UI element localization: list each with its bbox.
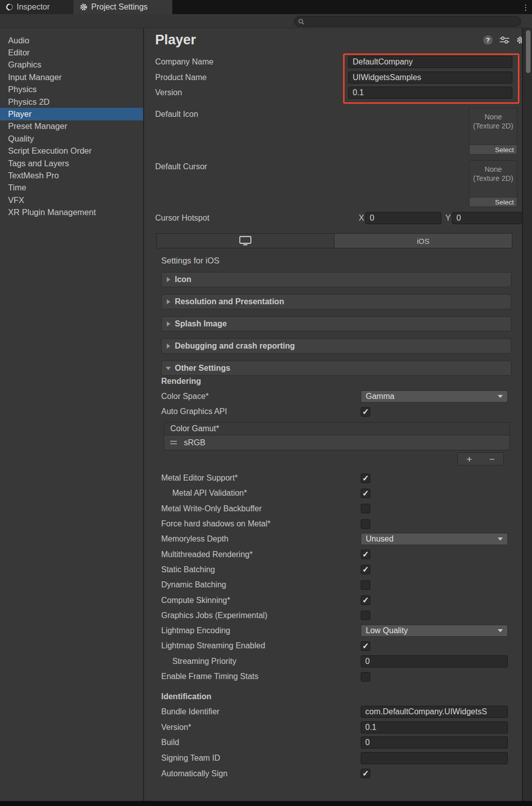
row-label: Signing Team ID bbox=[161, 754, 220, 763]
search-box[interactable] bbox=[294, 16, 521, 27]
search-icon bbox=[298, 19, 304, 25]
sidebar-item-time[interactable]: Time bbox=[0, 182, 143, 194]
field-row-version: Version0.1 bbox=[155, 85, 512, 101]
sidebar-item-vfx[interactable]: VFX bbox=[0, 194, 143, 206]
signing-team-id-input[interactable] bbox=[361, 752, 508, 764]
compute-skinning-checkbox[interactable] bbox=[361, 595, 370, 605]
row-label: Auto Graphics API bbox=[161, 407, 227, 416]
color-gamut-item-srgb[interactable]: sRGB bbox=[164, 435, 510, 450]
graphics-jobs-experimental-checkbox[interactable] bbox=[361, 611, 370, 620]
select-button[interactable]: Select bbox=[470, 197, 517, 207]
section-resolution-and-presentation[interactable]: Resolution and Presentation bbox=[161, 294, 511, 309]
streaming-priority-input[interactable]: 0 bbox=[361, 655, 508, 667]
multithreaded-rendering-checkbox[interactable] bbox=[361, 550, 370, 559]
sidebar-item-graphics[interactable]: Graphics bbox=[0, 59, 143, 71]
hotspot-x-input[interactable]: 0 bbox=[365, 212, 441, 224]
metal-write-only-backbuffer-checkbox[interactable] bbox=[361, 504, 370, 513]
sidebar-item-preset-manager[interactable]: Preset Manager bbox=[0, 120, 143, 132]
settings-row-automatically-sign: Automatically Sign bbox=[161, 766, 508, 781]
more-menu-icon[interactable]: ⋮ bbox=[522, 4, 532, 11]
bundle-identifier-input[interactable]: com.DefaultCompany.UIWidgetsS bbox=[361, 706, 508, 718]
gear-icon bbox=[80, 3, 88, 11]
dynamic-batching-checkbox[interactable] bbox=[361, 580, 370, 590]
settings-row-lightmap-streaming-enabled: Lightmap Streaming Enabled bbox=[161, 638, 508, 653]
rows-b: Metal Editor Support*Metal API Validatio… bbox=[161, 471, 508, 684]
search-input[interactable] bbox=[307, 18, 520, 26]
row-label: Color Space* bbox=[161, 392, 209, 401]
settings-row-compute-skinning: Compute Skinning* bbox=[161, 592, 508, 608]
gear-icon[interactable] bbox=[516, 36, 522, 44]
section-debugging-and-crash-reporting[interactable]: Debugging and crash reporting bbox=[161, 339, 511, 354]
row-label: Streaming Priority bbox=[172, 657, 236, 666]
section-icon[interactable]: Icon bbox=[161, 272, 511, 287]
version-input[interactable]: 0.1 bbox=[361, 721, 508, 733]
default-icon-picker[interactable]: None (Texture 2D) Select bbox=[469, 108, 517, 155]
settings-row-metal-write-only-backbuffer: Metal Write-Only Backbuffer bbox=[161, 501, 508, 516]
product-name-input[interactable]: UIWidgetsSamples bbox=[348, 72, 512, 84]
row-label: Memoryless Depth bbox=[161, 534, 228, 544]
metal-api-validation-checkbox[interactable] bbox=[361, 489, 370, 498]
metal-editor-support-checkbox[interactable] bbox=[361, 474, 370, 483]
sidebar-item-xr-plugin-management[interactable]: XR Plugin Management bbox=[0, 206, 143, 218]
tab-inspector[interactable]: Inspector bbox=[0, 0, 74, 14]
inspector-icon bbox=[6, 4, 13, 11]
sidebar-item-physics[interactable]: Physics bbox=[0, 84, 143, 96]
remove-button[interactable]: − bbox=[481, 453, 503, 465]
build-input[interactable]: 0 bbox=[361, 736, 508, 749]
window-tabstrip: Inspector Project Settings ⋮ bbox=[0, 0, 532, 14]
force-hard-shadows-on-metal-checkbox[interactable] bbox=[361, 519, 370, 529]
default-cursor-label: Default Cursor bbox=[155, 162, 207, 171]
select-button[interactable]: Select bbox=[470, 145, 517, 154]
lightmap-encoding-dropdown[interactable]: Low Quality bbox=[361, 625, 508, 637]
row-label: Enable Frame Timing Stats bbox=[161, 672, 258, 681]
settings-row-bundle-identifier: Bundle Identifiercom.DefaultCompany.UIWi… bbox=[161, 704, 508, 720]
sidebar-item-script-execution-order[interactable]: Script Execution Order bbox=[0, 145, 143, 157]
vertical-scrollbar[interactable] bbox=[522, 28, 532, 801]
help-icon[interactable]: ? bbox=[483, 35, 493, 45]
sidebar-item-input-manager[interactable]: Input Manager bbox=[0, 71, 143, 83]
sidebar-item-tags-and-layers[interactable]: Tags and Layers bbox=[0, 157, 143, 169]
add-button[interactable]: + bbox=[458, 453, 481, 465]
row-label: Static Batching bbox=[161, 565, 215, 574]
company-name-input[interactable]: DefaultCompany bbox=[348, 56, 512, 68]
rows-id: Bundle Identifiercom.DefaultCompany.UIWi… bbox=[161, 704, 508, 781]
sidebar-item-editor[interactable]: Editor bbox=[0, 46, 143, 58]
hotspot-y-input[interactable]: 0 bbox=[452, 212, 522, 224]
color-gamut-footer: + − bbox=[457, 452, 504, 465]
object-none-text: None (Texture 2D) bbox=[470, 108, 517, 130]
tab-project-settings[interactable]: Project Settings bbox=[74, 0, 172, 14]
sidebar-item-quality[interactable]: Quality bbox=[0, 132, 143, 145]
color-space-dropdown[interactable]: Gamma bbox=[361, 390, 508, 402]
static-batching-checkbox[interactable] bbox=[361, 565, 370, 574]
row-label: Metal Write-Only Backbuffer bbox=[161, 504, 261, 513]
field-row-product-name: Product NameUIWidgetsSamples bbox=[155, 70, 512, 86]
identification-header: Identification bbox=[161, 692, 212, 701]
sidebar-item-audio[interactable]: Audio bbox=[0, 34, 143, 46]
memoryless-depth-dropdown[interactable]: Unused bbox=[361, 533, 508, 545]
row-label: Force hard shadows on Metal* bbox=[161, 519, 271, 528]
player-settings-panel: Player ? Company NameDefaultCompanyProdu… bbox=[145, 28, 522, 801]
sidebar-item-player[interactable]: Player bbox=[0, 108, 143, 120]
tab-standalone[interactable] bbox=[157, 234, 334, 248]
sidebar-item-textmesh-pro[interactable]: TextMesh Pro bbox=[0, 169, 143, 181]
version-input[interactable]: 0.1 bbox=[348, 87, 512, 99]
enable-frame-timing-stats-checkbox[interactable] bbox=[361, 672, 370, 682]
toolbar bbox=[0, 14, 532, 28]
scrollbar-thumb[interactable] bbox=[526, 30, 530, 73]
lightmap-streaming-enabled-checkbox[interactable] bbox=[361, 641, 370, 651]
default-cursor-picker[interactable]: None (Texture 2D) Select bbox=[469, 160, 517, 207]
row-label: Bundle Identifier bbox=[161, 707, 220, 716]
cursor-hotspot-row: Cursor Hotspot X 0 Y 0 bbox=[155, 212, 519, 226]
section-splash-image[interactable]: Splash Image bbox=[161, 316, 511, 331]
section-other-settings[interactable]: Other Settings bbox=[161, 361, 511, 376]
settings-row-color-space: Color Space*Gamma bbox=[161, 389, 508, 404]
row-label: Metal API Validation* bbox=[172, 489, 247, 498]
drag-handle-icon[interactable] bbox=[170, 441, 177, 444]
chevron-down-icon bbox=[498, 629, 503, 632]
sidebar-item-physics-2d[interactable]: Physics 2D bbox=[0, 96, 143, 108]
tab-ios[interactable]: iOS bbox=[334, 234, 512, 248]
presets-icon[interactable] bbox=[500, 36, 509, 44]
settings-row-streaming-priority: Streaming Priority0 bbox=[161, 654, 508, 669]
auto-graphics-api-checkbox[interactable] bbox=[361, 407, 370, 417]
automatically-sign-checkbox[interactable] bbox=[361, 769, 370, 778]
